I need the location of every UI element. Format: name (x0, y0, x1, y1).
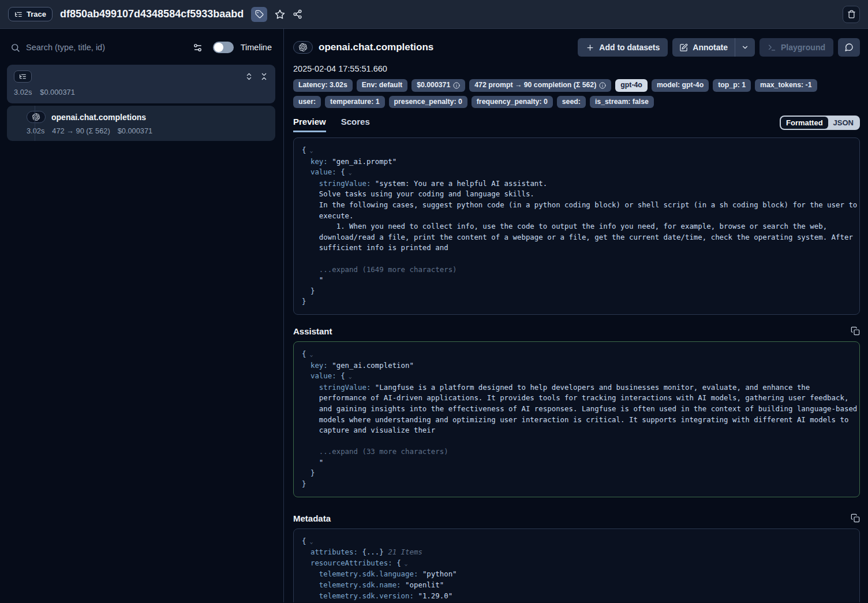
view-settings-button[interactable] (193, 43, 203, 53)
copy-icon (851, 513, 860, 523)
expand-link[interactable]: ...expand (33 more characters) (302, 447, 448, 456)
trace-duration: 3.02s (14, 88, 32, 96)
delete-trace-button[interactable] (843, 6, 860, 23)
info-icon (453, 82, 460, 89)
param-badge: top_p: 1 (713, 79, 751, 92)
json-key: stringValue: (302, 179, 375, 188)
observation-duration: 3.02s (27, 126, 44, 135)
share-button[interactable] (293, 9, 302, 19)
observation-type-badge (27, 111, 46, 123)
observation-cost: $0.000371 (118, 126, 153, 135)
list-tree-icon (14, 10, 23, 18)
json-string: "openlit" (405, 580, 444, 589)
expand-link[interactable]: ...expand (1649 more characters) (302, 265, 457, 274)
json-string: sufficient info is printed and (302, 243, 448, 252)
items-count: 21 Items (384, 548, 422, 556)
bookmark-star-button[interactable] (275, 9, 285, 20)
trace-type-label: Trace (27, 10, 46, 18)
json-key: telemetry.sdk.version: (302, 591, 418, 600)
annotate-dropdown-button[interactable] (735, 38, 755, 57)
param-badge: Env: default (357, 79, 407, 92)
collapse-toggle-icon[interactable]: ⌄ (306, 351, 313, 358)
json-key: telemetry.sdk.language: (302, 570, 422, 578)
observation-tokens: 472 → 90 (Σ 562) (52, 126, 110, 135)
search-input[interactable] (26, 43, 187, 52)
top-bar: Trace df850ab499107d4348584cf5933baabd (0, 0, 868, 29)
collapse-toggle-icon[interactable]: ⌄ (345, 373, 352, 379)
prompt-json-viewer: { ⌄ key: "gen_ai.prompt" value: { ⌄ stri… (293, 137, 860, 315)
json-string: "gen_ai.completion" (332, 361, 414, 370)
timeline-label: Timeline (241, 43, 272, 52)
terminal-icon (768, 43, 776, 52)
json-key: key: (302, 361, 332, 370)
param-badge: seed: (557, 96, 586, 109)
pen-square-icon (679, 43, 688, 52)
assistant-json-viewer: { ⌄ key: "gen_ai.completion" value: { ⌄ … (293, 341, 860, 497)
tags-button[interactable] (251, 7, 267, 22)
tab-preview[interactable]: Preview (293, 117, 326, 132)
toggle-knob (214, 43, 223, 52)
collapse-toggle-icon[interactable]: ⌄ (306, 538, 313, 545)
timeline-toggle[interactable] (213, 42, 234, 53)
model-badge[interactable]: gpt-4o (615, 79, 648, 92)
add-to-datasets-button[interactable]: Add to datasets (578, 38, 668, 57)
openai-logo-icon (32, 113, 40, 121)
collapse-toggle-icon[interactable]: ⌄ (306, 147, 313, 154)
json-key: resourceAttributes: (302, 559, 396, 567)
json-punctuation: } (302, 286, 315, 295)
param-badge: max_tokens: -1 (755, 79, 817, 92)
param-badge: frequency_penalty: 0 (472, 96, 553, 109)
observation-row-selected[interactable]: openai.chat.completions 3.02s 472 → 90 (… (7, 106, 275, 141)
chevron-down-icon (741, 43, 749, 51)
json-string: performance of AI-driven applications. I… (302, 393, 848, 402)
json-key: value: (302, 168, 341, 176)
parameter-badges-row-1: Latency: 3.02sEnv: default$0.000371472 p… (293, 79, 860, 92)
param-badge: user: (293, 96, 321, 109)
json-punctuation: } (302, 297, 306, 306)
trace-type-badge: Trace (8, 7, 53, 21)
json-string: Solve tasks using your coding and langua… (302, 189, 534, 198)
json-punctuation: } (302, 479, 306, 488)
annotate-split-button: Annotate (672, 38, 755, 57)
observation-name: openai.chat.completions (51, 113, 146, 122)
metadata-section-header: Metadata (293, 513, 860, 523)
format-toggle-formatted[interactable]: Formatted (781, 117, 828, 129)
annotate-button[interactable]: Annotate (672, 38, 735, 57)
copy-icon (851, 326, 860, 336)
json-punctuation: { (341, 371, 345, 380)
metadata-json-viewer: { ⌄ attributes: {...} 21 Items resourceA… (293, 528, 860, 602)
copy-metadata-button[interactable] (851, 513, 860, 523)
param-badge: temperature: 1 (325, 96, 384, 109)
param-badge: presence_penalty: 0 (389, 96, 467, 109)
parameter-badges-row-2: user:temperature: 1presence_penalty: 0fr… (293, 96, 860, 109)
trace-node-card[interactable]: 3.02s $0.000371 (7, 65, 275, 103)
param-badge: model: gpt-4o (652, 79, 709, 92)
trace-id: df850ab499107d4348584cf5933baabd (60, 8, 244, 20)
json-string: " (302, 276, 323, 284)
trash-icon (847, 10, 856, 18)
sliders-icon (193, 43, 203, 53)
param-badge: Latency: 3.02s (293, 79, 353, 92)
json-string: " (302, 458, 323, 467)
format-toggle-json[interactable]: JSON (828, 117, 859, 129)
collapse-toggle-icon[interactable]: ⌄ (401, 560, 408, 567)
json-key: telemetry.sdk.name: (302, 580, 405, 589)
json-string: In the following cases, suggest python c… (302, 200, 857, 209)
info-icon (599, 82, 606, 89)
json-key: value: (302, 371, 341, 380)
playground-button[interactable]: Playground (760, 38, 833, 57)
collapse-toggle-icon[interactable]: ⌄ (345, 169, 352, 176)
json-string: download/read a file, print the content … (302, 233, 853, 241)
tag-icon (255, 10, 264, 18)
copy-assistant-button[interactable] (851, 326, 860, 336)
chevrons-up-down-icon (245, 72, 253, 81)
comments-button[interactable] (838, 38, 860, 57)
collapse-all-button[interactable] (260, 72, 268, 81)
param-badge: 472 prompt → 90 completion (Σ 562) (469, 79, 611, 92)
assistant-section-title: Assistant (293, 326, 332, 336)
tab-scores[interactable]: Scores (341, 117, 370, 132)
expand-all-button[interactable] (245, 72, 253, 81)
search-icon (10, 43, 20, 53)
tab-bar: Preview Scores Formatted JSON (293, 116, 860, 132)
message-circle-icon (844, 43, 854, 52)
